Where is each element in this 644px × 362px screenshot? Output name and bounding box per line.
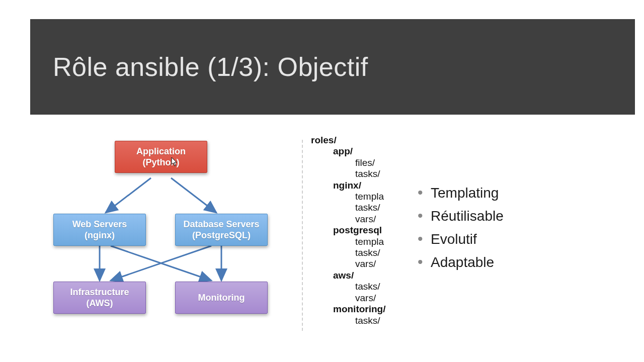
node-sublabel: (PostgreSQL) bbox=[176, 230, 267, 241]
svg-line-1 bbox=[171, 178, 216, 213]
title-bar: Rôle ansible (1/3): Objectif bbox=[30, 19, 635, 115]
slide-title: Rôle ansible (1/3): Objectif bbox=[53, 52, 368, 82]
tree-entry: tasks/ bbox=[355, 247, 385, 258]
svg-line-3 bbox=[111, 246, 211, 281]
bullet-item: Evolutif bbox=[418, 231, 504, 247]
tree-entry: vars/ bbox=[355, 214, 385, 225]
node-label: Infrastructure bbox=[54, 287, 145, 298]
svg-line-4 bbox=[111, 246, 211, 281]
node-monitoring: Monitoring bbox=[175, 282, 268, 314]
tree-entry: tasks/ bbox=[355, 281, 385, 292]
tree-entry: templa bbox=[355, 191, 385, 202]
tree-entry: tasks/ bbox=[355, 202, 385, 213]
tree-entry: tasks/ bbox=[355, 168, 385, 179]
tree-entry: templa bbox=[355, 236, 385, 247]
node-label: Database Servers bbox=[176, 219, 267, 230]
roles-file-tree: roles/app/files/tasks/nginx/templatasks/… bbox=[311, 135, 385, 326]
svg-line-0 bbox=[106, 178, 151, 213]
node-sublabel: (Python) bbox=[115, 157, 207, 168]
tree-entry: vars/ bbox=[355, 293, 385, 304]
node-label: Application bbox=[115, 146, 207, 157]
vertical-divider bbox=[302, 140, 303, 331]
bullet-item: Réutilisable bbox=[418, 208, 504, 224]
tree-entry: files/ bbox=[355, 157, 385, 168]
tree-entry: monitoring/ bbox=[333, 304, 385, 315]
tree-entry: vars/ bbox=[355, 258, 385, 269]
content-area: Application (Python) Web Servers (nginx)… bbox=[0, 131, 644, 362]
node-web-servers: Web Servers (nginx) bbox=[53, 214, 146, 246]
tree-entry: app/ bbox=[333, 146, 385, 157]
bullet-item: Adaptable bbox=[418, 254, 504, 270]
node-sublabel: (AWS) bbox=[54, 298, 145, 309]
tree-entry: postgresql bbox=[333, 225, 385, 236]
node-label: Web Servers bbox=[54, 219, 145, 230]
tree-entry: nginx/ bbox=[333, 180, 385, 191]
node-database-servers: Database Servers (PostgreSQL) bbox=[175, 214, 268, 246]
feature-bullets: TemplatingRéutilisableEvolutifAdaptable bbox=[418, 185, 504, 278]
node-infrastructure: Infrastructure (AWS) bbox=[53, 282, 146, 314]
node-application: Application (Python) bbox=[115, 141, 207, 173]
node-sublabel: (nginx) bbox=[54, 230, 145, 241]
tree-entry: aws/ bbox=[333, 270, 385, 281]
architecture-diagram: Application (Python) Web Servers (nginx)… bbox=[50, 141, 282, 322]
bullet-item: Templating bbox=[418, 185, 504, 201]
tree-entry: roles/ bbox=[311, 135, 385, 146]
node-label: Monitoring bbox=[176, 292, 267, 304]
tree-entry: tasks/ bbox=[355, 315, 385, 326]
